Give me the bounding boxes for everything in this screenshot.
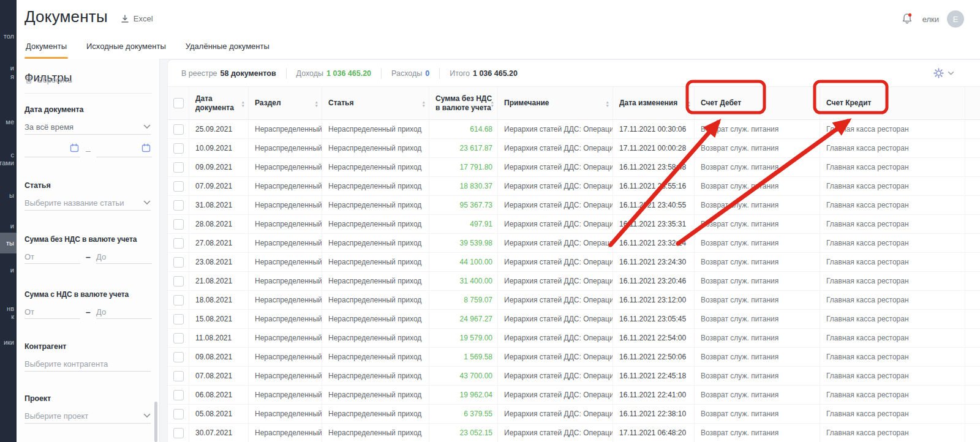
sum-no-vat-to-input[interactable]: До — [96, 250, 152, 264]
sum-vat-to-input[interactable]: До — [96, 305, 152, 319]
row-checkbox[interactable] — [173, 276, 184, 287]
table-row[interactable]: 28.08.2021 Нераспределенный г Нераспреде… — [168, 215, 980, 234]
row-checkbox[interactable] — [173, 162, 184, 173]
sort-icon[interactable]: ▲▼ — [606, 100, 609, 107]
table-row[interactable]: 09.09.2021 Нераспределенный г Нераспреде… — [168, 158, 980, 177]
row-checkbox[interactable] — [173, 124, 184, 135]
sidebar-item-fragment[interactable]: тами — [0, 159, 17, 167]
row-checkbox[interactable] — [173, 314, 184, 324]
cell-debit-account: Возврат служ. питания — [695, 139, 820, 157]
sort-icon[interactable]: ▲▼ — [241, 100, 245, 107]
cell-sum: 19 579.00 — [429, 329, 498, 347]
calendar-icon[interactable] — [70, 143, 79, 152]
sum-vat-from-input[interactable]: От — [24, 305, 80, 319]
header-cell-modified-date[interactable]: Дата изменения ▲▼ — [613, 87, 695, 119]
sort-icon[interactable]: ▲▼ — [491, 100, 494, 107]
user-menu[interactable]: елки Е — [900, 10, 964, 28]
sidebar-item-fragment[interactable]: и — [0, 64, 17, 72]
table-row[interactable]: 30.07.2021 Нераспределенный г Нераспреде… — [168, 424, 980, 442]
row-checkbox[interactable] — [173, 181, 184, 192]
cell-checkbox — [168, 234, 189, 252]
tab-deleted-documents[interactable]: Удалённые документы — [184, 42, 271, 59]
cell-sum: 44 100.00 — [429, 253, 498, 271]
table-row[interactable]: 07.09.2021 Нераспределенный г Нераспреде… — [168, 177, 980, 196]
sidebar-nav[interactable]: толияместамиыитыинвкики — [0, 0, 17, 442]
row-checkbox[interactable] — [173, 257, 184, 268]
contractor-input[interactable]: Выберите контрагента — [24, 356, 151, 372]
sidebar-item-fragment[interactable]: ты — [0, 233, 17, 253]
header-cell-sum[interactable]: Сумма без НДС в валюте учета ▲▼ — [429, 87, 498, 119]
row-checkbox[interactable] — [173, 333, 184, 343]
table-row[interactable]: 27.08.2021 Нераспределенный г Нераспреде… — [168, 234, 980, 253]
divider — [439, 68, 440, 79]
sidebar-item-fragment[interactable]: и — [0, 266, 17, 274]
table-row[interactable]: 07.08.2021 Нераспределенный г Нераспреде… — [168, 367, 980, 386]
cell-note: Иерархия статей ДДС: Операцио — [498, 329, 613, 347]
row-checkbox[interactable] — [173, 390, 184, 400]
notification-bell-icon[interactable] — [900, 12, 914, 26]
row-checkbox[interactable] — [173, 200, 184, 211]
row-checkbox[interactable] — [173, 352, 184, 362]
date-preset-select[interactable]: За всё время — [24, 119, 151, 135]
sort-icon[interactable]: ▲▼ — [813, 100, 816, 107]
table-row[interactable]: 11.08.2021 Нераспределенный г Нераспреде… — [168, 329, 980, 348]
row-checkbox[interactable] — [173, 219, 184, 230]
row-checkbox[interactable] — [173, 371, 184, 381]
table-settings-gear-icon[interactable] — [933, 68, 944, 78]
sum-no-vat-from-input[interactable]: От — [24, 250, 80, 264]
table-row[interactable]: 06.08.2021 Нераспределенный г Нераспреде… — [168, 386, 980, 405]
calendar-icon[interactable] — [141, 143, 151, 152]
table-row[interactable]: 10.09.2021 Нераспределенный г Нераспреде… — [168, 139, 980, 158]
cell-sum: 43 700.00 — [429, 367, 498, 385]
select-all-checkbox[interactable] — [173, 98, 184, 108]
table-row[interactable]: 25.09.2021 Нераспределенный г Нераспреде… — [168, 120, 980, 139]
sidebar-item-fragment[interactable]: и — [0, 222, 17, 230]
header-cell-debit-account[interactable]: Счет Дебет ▲▼ — [695, 87, 820, 119]
chevron-down-icon — [143, 124, 151, 129]
sidebar-item-fragment[interactable]: я — [0, 72, 17, 81]
row-checkbox[interactable] — [173, 409, 184, 419]
header-cell-article[interactable]: Статья ▲▼ — [322, 87, 429, 119]
table-row[interactable]: 09.08.2021 Нераспределенный г Нераспреде… — [168, 348, 980, 367]
sidebar-item-fragment[interactable]: к — [0, 312, 17, 321]
project-select[interactable]: Выберите проект — [24, 408, 151, 424]
row-checkbox[interactable] — [173, 143, 184, 154]
reset-filters-button[interactable]: Сбросить — [24, 75, 72, 84]
sidebar-item-fragment[interactable]: нв — [0, 304, 17, 313]
table-row[interactable]: 15.08.2021 Нераспределенный г Нераспреде… — [168, 310, 980, 329]
sort-icon[interactable]: ▲▼ — [687, 100, 691, 107]
table-row[interactable]: 18.08.2021 Нераспределенный г Нераспреде… — [168, 291, 980, 310]
sidebar-item-fragment[interactable]: ики — [0, 338, 17, 346]
row-checkbox[interactable] — [173, 428, 184, 438]
table-settings-chevron-icon[interactable] — [948, 71, 954, 75]
header-cell-section[interactable]: Раздел ▲▼ — [249, 87, 322, 119]
header-cell-document-date[interactable]: Дата документа ▲▼ — [189, 87, 249, 119]
export-excel-button[interactable]: Excel — [120, 14, 153, 24]
sidebar-item-fragment[interactable]: ме — [0, 118, 17, 126]
article-select[interactable]: Выберите название статьи — [24, 195, 151, 211]
cell-note: Иерархия статей ДДС: Операцио — [498, 424, 613, 442]
cell-note: Иерархия статей ДДС: Операцио — [498, 367, 613, 385]
date-from-input[interactable] — [24, 143, 80, 157]
sidebar-item-fragment[interactable]: ы — [0, 191, 17, 200]
table-row[interactable]: 21.08.2021 Нераспределенный г Нераспреде… — [168, 272, 980, 291]
tab-source-documents[interactable]: Исходные документы — [85, 42, 167, 59]
sidebar-item-fragment[interactable]: тол — [0, 32, 17, 40]
date-to-input[interactable] — [96, 143, 152, 157]
table-row[interactable]: 23.08.2021 Нераспределенный г Нераспреде… — [168, 253, 980, 272]
table-row[interactable]: 31.08.2021 Нераспределенный г Нераспреде… — [168, 196, 980, 215]
avatar[interactable]: Е — [947, 10, 964, 28]
sort-icon[interactable]: ▲▼ — [315, 100, 318, 107]
filter-scrollbar[interactable] — [154, 402, 157, 442]
tab-documents[interactable]: Документы — [24, 42, 68, 59]
row-checkbox[interactable] — [173, 295, 184, 305]
download-icon — [120, 14, 130, 24]
table-row[interactable]: 05.08.2021 Нераспределенный г Нераспреде… — [168, 405, 980, 424]
sort-icon[interactable]: ▲▼ — [422, 100, 426, 107]
sidebar-item-fragment[interactable]: с — [0, 151, 17, 159]
column-label: Счет Дебет — [701, 99, 741, 108]
header-cell-note[interactable]: Примечание ▲▼ — [498, 87, 613, 119]
cell-extra — [965, 215, 980, 233]
header-cell-credit-account[interactable]: Счет Кредит — [820, 87, 965, 119]
row-checkbox[interactable] — [173, 238, 184, 249]
